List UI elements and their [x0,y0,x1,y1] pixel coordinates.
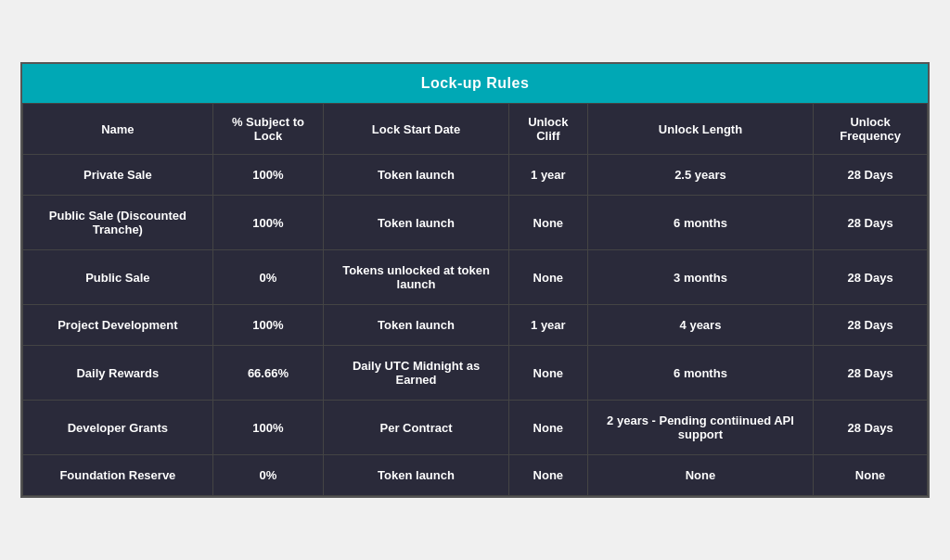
cell-subject_to_lock-6: 0% [212,455,323,496]
cell-subject_to_lock-5: 100% [212,401,323,455]
col-header-subject-to-lock: % Subject to Lock [212,104,323,155]
col-header-name: Name [23,104,213,155]
cell-unlock_cliff-4: None [508,346,587,401]
cell-unlock_frequency-5: 28 Days [814,401,928,455]
table-row: Project Development100%Token launch1 yea… [23,305,928,346]
cell-name-6: Foundation Reserve [23,455,213,496]
cell-unlock_length-4: 6 months [587,346,813,401]
cell-unlock_frequency-1: 28 Days [814,196,928,250]
cell-lock_start_date-4: Daily UTC Midnight as Earned [324,346,509,401]
cell-lock_start_date-5: Per Contract [324,401,509,455]
cell-name-4: Daily Rewards [23,346,213,401]
cell-unlock_cliff-5: None [508,401,587,455]
cell-unlock_length-0: 2.5 years [587,155,813,196]
col-header-unlock-length: Unlock Length [587,104,813,155]
cell-lock_start_date-3: Token launch [324,305,509,346]
cell-unlock_frequency-2: 28 Days [814,250,928,305]
cell-lock_start_date-6: Token launch [324,455,509,496]
cell-unlock_length-5: 2 years - Pending contiinued API support [587,401,813,455]
lockup-rules-container: Lock-up Rules Name % Subject to Lock Loc… [20,62,930,498]
cell-name-3: Project Development [23,305,213,346]
table-title: Lock-up Rules [22,64,928,103]
cell-unlock_cliff-0: 1 year [508,155,587,196]
cell-unlock_length-3: 4 years [587,305,813,346]
cell-subject_to_lock-3: 100% [212,305,323,346]
cell-subject_to_lock-0: 100% [212,155,323,196]
cell-unlock_cliff-3: 1 year [508,305,587,346]
table-row: Public Sale (Discounted Tranche)100%Toke… [23,196,928,250]
cell-unlock_length-2: 3 months [587,250,813,305]
cell-unlock_length-6: None [587,455,813,496]
col-header-unlock-frequency: Unlock Frequency [814,104,928,155]
cell-unlock_frequency-6: None [814,455,928,496]
cell-name-0: Private Sale [23,155,213,196]
col-header-lock-start-date: Lock Start Date [324,104,509,155]
cell-unlock_cliff-2: None [508,250,587,305]
table-row: Public Sale0%Tokens unlocked at token la… [23,250,928,305]
cell-lock_start_date-0: Token launch [324,155,509,196]
cell-lock_start_date-1: Token launch [324,196,509,250]
cell-subject_to_lock-4: 66.66% [212,346,323,401]
cell-unlock_length-1: 6 months [587,196,813,250]
table-row: Foundation Reserve0%Token launchNoneNone… [23,455,928,496]
table-row: Developer Grants100%Per ContractNone2 ye… [23,401,928,455]
cell-unlock_frequency-3: 28 Days [814,305,928,346]
col-header-unlock-cliff: Unlock Cliff [508,104,587,155]
lockup-rules-table: Name % Subject to Lock Lock Start Date U… [22,103,928,496]
cell-unlock_cliff-6: None [508,455,587,496]
cell-unlock_cliff-1: None [508,196,587,250]
cell-subject_to_lock-2: 0% [212,250,323,305]
table-row: Private Sale100%Token launch1 year2.5 ye… [23,155,928,196]
table-row: Daily Rewards66.66%Daily UTC Midnight as… [23,346,928,401]
cell-unlock_frequency-4: 28 Days [814,346,928,401]
cell-unlock_frequency-0: 28 Days [814,155,928,196]
table-header-row: Name % Subject to Lock Lock Start Date U… [23,104,928,155]
cell-name-1: Public Sale (Discounted Tranche) [23,196,213,250]
cell-name-2: Public Sale [23,250,213,305]
cell-name-5: Developer Grants [23,401,213,455]
cell-subject_to_lock-1: 100% [212,196,323,250]
cell-lock_start_date-2: Tokens unlocked at token launch [324,250,509,305]
